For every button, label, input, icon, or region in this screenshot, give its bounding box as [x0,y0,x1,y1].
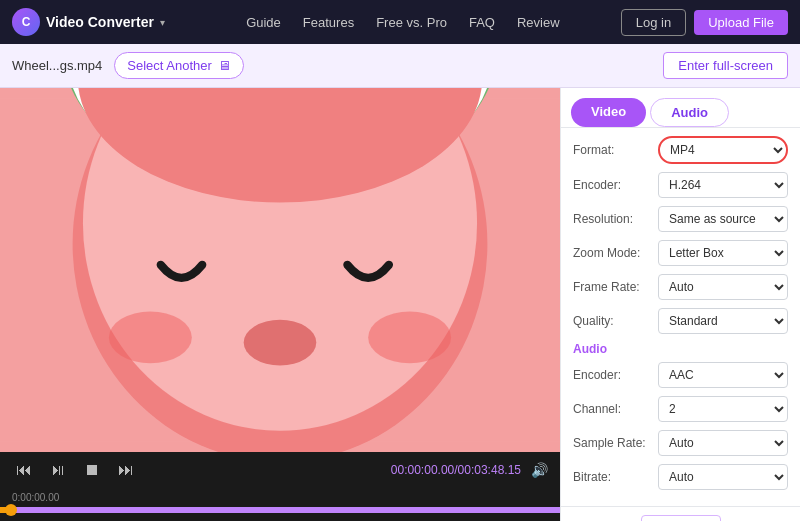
video-preview [0,88,560,452]
select-another-label: Select Another [127,58,212,73]
frame-rate-label: Frame Rate: [573,280,658,294]
zoom-label: Zoom Mode: [573,246,658,260]
nav-features[interactable]: Features [303,15,354,30]
resolution-select[interactable]: Same as source 1920x1080 1280x720 854x48… [658,206,788,232]
login-button[interactable]: Log in [621,9,686,36]
bitrate-select[interactable]: Auto 128 192 320 [658,464,788,490]
main-area: ⏮ ⏯ ⏹ ⏭ 00:00:00.00/00:03:48.15 🔊 0:00:0… [0,88,800,521]
audio-section-header: Audio [573,342,788,356]
fast-forward-button[interactable]: ⏭ [114,458,138,482]
quality-label: Quality: [573,314,658,328]
time-total: 00:03:48.15 [458,463,521,477]
time-label: 0:00:00.00 [0,492,560,503]
header-right: Log in Upload File [621,9,788,36]
audio-encoder-row: Encoder: AAC MP3 AC3 [573,362,788,388]
bitrate-row: Bitrate: Auto 128 192 320 [573,464,788,490]
nav-free-vs-pro[interactable]: Free vs. Pro [376,15,447,30]
svg-point-7 [109,311,192,363]
svg-point-6 [244,320,317,366]
audio-encoder-label: Encoder: [573,368,658,382]
encoder-label: Encoder: [573,178,658,192]
nav-guide[interactable]: Guide [246,15,281,30]
tab-video[interactable]: Video [571,98,646,127]
channel-label: Channel: [573,402,658,416]
logo-icon: C [12,8,40,36]
channel-select[interactable]: 2 1 6 [658,396,788,422]
sample-rate-select[interactable]: Auto 44100 48000 [658,430,788,456]
header: C Video Converter ▾ Guide Features Free … [0,0,800,44]
quality-select[interactable]: Standard High Low [658,308,788,334]
channel-row: Channel: 2 1 6 [573,396,788,422]
player-controls: ⏮ ⏯ ⏹ ⏭ 00:00:00.00/00:03:48.15 🔊 [0,452,560,488]
progress-track[interactable] [0,507,560,513]
volume-icon[interactable]: 🔊 [531,462,548,478]
stop-button[interactable]: ⏹ [80,458,104,482]
time-display: 00:00:00.00/00:03:48.15 [391,463,521,477]
progress-bar-container: 0:00:00.00 [0,488,560,521]
zoom-mode-row: Zoom Mode: Letter Box Pan & Scan Full [573,240,788,266]
settings-bottom: Reset Save 🕐 [561,506,800,521]
main-nav: Guide Features Free vs. Pro FAQ Review [193,15,613,30]
play-button[interactable]: ⏯ [46,458,70,482]
nav-faq[interactable]: FAQ [469,15,495,30]
rewind-button[interactable]: ⏮ [12,458,36,482]
format-select[interactable]: MP4 MOV AVI MKV [658,136,788,164]
app-name: Video Converter [46,14,154,30]
progress-thumb[interactable] [5,504,17,516]
format-label: Format: [573,143,658,157]
filename-label: Wheel...gs.mp4 [12,58,102,73]
toolbar: Wheel...gs.mp4 Select Another 🖥 Enter fu… [0,44,800,88]
reset-button[interactable]: Reset [641,515,721,521]
audio-encoder-select[interactable]: AAC MP3 AC3 [658,362,788,388]
sample-rate-label: Sample Rate: [573,436,658,450]
tab-audio[interactable]: Audio [650,98,729,127]
quality-row: Quality: Standard High Low [573,308,788,334]
settings-panel: Video Audio Format: MP4 MOV AVI MKV Enco… [560,88,800,521]
zoom-select[interactable]: Letter Box Pan & Scan Full [658,240,788,266]
settings-rows: Format: MP4 MOV AVI MKV Encoder: H.264 H… [561,128,800,506]
video-panel: ⏮ ⏯ ⏹ ⏭ 00:00:00.00/00:03:48.15 🔊 0:00:0… [0,88,560,521]
nav-review[interactable]: Review [517,15,560,30]
monitor-icon: 🖥 [218,58,231,73]
time-current: 00:00:00.00 [391,463,454,477]
fullscreen-button[interactable]: Enter full-screen [663,52,788,79]
select-another-button[interactable]: Select Another 🖥 [114,52,244,79]
frame-rate-select[interactable]: Auto 24 30 60 [658,274,788,300]
encoder-row: Encoder: H.264 H.265 MPEG-4 [573,172,788,198]
sample-rate-row: Sample Rate: Auto 44100 48000 [573,430,788,456]
dropdown-icon[interactable]: ▾ [160,17,165,28]
bitrate-label: Bitrate: [573,470,658,484]
format-row: Format: MP4 MOV AVI MKV [573,136,788,164]
video-thumbnail [0,88,560,452]
resolution-label: Resolution: [573,212,658,226]
video-encoder-select[interactable]: H.264 H.265 MPEG-4 [658,172,788,198]
resolution-row: Resolution: Same as source 1920x1080 128… [573,206,788,232]
logo-area: C Video Converter ▾ [12,8,165,36]
frame-rate-row: Frame Rate: Auto 24 30 60 [573,274,788,300]
svg-point-8 [368,311,451,363]
tab-bar: Video Audio [561,88,800,128]
upload-file-button[interactable]: Upload File [694,10,788,35]
